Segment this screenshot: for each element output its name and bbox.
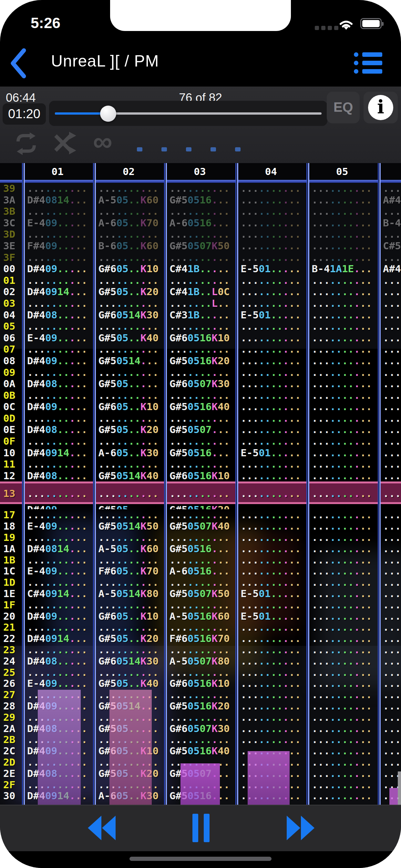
pattern-cell: .......... [307, 577, 378, 588]
pattern-cell: .......... [164, 206, 235, 217]
info-button[interactable]: i [364, 92, 398, 123]
pattern-row[interactable]: 0F......................................… [0, 436, 401, 447]
pattern-cell: .......... [93, 667, 164, 678]
back-button[interactable] [9, 48, 27, 80]
pattern-row[interactable]: 3AD#40814...A-505..K60G#50516...........… [0, 194, 401, 206]
pattern-row[interactable]: 1CE-409.....F#605..K70A-60516...........… [0, 565, 401, 577]
pattern-row[interactable]: 05......................................… [0, 321, 401, 332]
pattern-row[interactable]: 09......................................… [0, 367, 401, 378]
pattern-cell: .......... [307, 644, 378, 655]
pattern-row[interactable]: 1B......................................… [0, 554, 401, 566]
pattern-row[interactable]: 39......................................… [0, 183, 401, 194]
pattern-row[interactable]: 07......................................… [0, 344, 401, 355]
pattern-row[interactable]: 1F......................................… [0, 599, 401, 611]
pattern-row[interactable]: 25......................................… [0, 667, 401, 678]
pattern-cell: .......... [164, 436, 235, 447]
pattern-row[interactable]: 23......................................… [0, 644, 401, 655]
pattern-view[interactable]: 010203040506 39.........................… [0, 163, 401, 805]
pattern-row[interactable]: 20D#409.....G#605..K10A-50516K60E-501...… [0, 611, 401, 622]
pattern-cell: .......... [378, 252, 401, 264]
pattern-cell: .......... [307, 436, 378, 447]
pattern-row[interactable]: 3D......................................… [0, 228, 401, 240]
pattern-cell: A-60516... [164, 217, 235, 229]
pattern-row[interactable]: 18E-409.....G#50514K50G#50507K40........… [0, 521, 401, 532]
pattern-row[interactable]: 04D#408.....G#60514K30C#31B.....E-501...… [0, 309, 401, 321]
pattern-row[interactable]: 0B......................................… [0, 390, 401, 401]
pattern-row[interactable]: 1AD#40814...A-505..K60G#50516...........… [0, 543, 401, 554]
pattern-row[interactable]: 17......................................… [0, 509, 401, 521]
fast-forward-button[interactable] [286, 814, 316, 843]
pattern-cell: .......... [164, 321, 235, 332]
pattern-cell: .......... [164, 228, 235, 240]
pattern-cell: A-60516... [164, 565, 235, 577]
pattern-cell: .......... [307, 554, 378, 566]
wifi-icon [337, 17, 356, 32]
pattern-row[interactable]: 19......................................… [0, 532, 401, 543]
rewind-button[interactable] [87, 814, 116, 843]
seek-track[interactable] [55, 113, 321, 115]
pattern-cell: G#50507K40 [164, 521, 235, 532]
pattern-cell: .......... [164, 577, 235, 588]
seek-slider[interactable] [49, 101, 328, 126]
repeat-icon[interactable] [13, 132, 39, 156]
pattern-cell: .......... [164, 554, 235, 566]
pattern-cell: ...1...... [378, 378, 401, 390]
pattern-row[interactable]: 1D......................................… [0, 577, 401, 588]
pattern-row[interactable]: 08D#409.....G#50514...G#50516K20........… [0, 355, 401, 367]
pattern-cell: .......... [307, 367, 378, 378]
pattern-row[interactable]: 1EC#40914...A-50514K80G#50507K50E-501...… [0, 588, 401, 599]
pattern-row[interactable]: 00D#409.....G#605..K10C#41B.....E-501...… [0, 263, 401, 275]
pattern-cell: .......... [378, 756, 401, 768]
pattern-row[interactable]: 3B......................................… [0, 206, 401, 217]
pattern-row[interactable]: 01......................................… [0, 275, 401, 286]
pattern-row[interactable]: 03...........................L..........… [0, 298, 401, 309]
pause-button[interactable] [192, 814, 210, 842]
pattern-cell: .......... [235, 470, 306, 482]
pattern-cell: .......... [307, 217, 378, 229]
pattern-cell: .......... [93, 577, 164, 588]
row-number: 1F [0, 599, 22, 611]
pattern-row-current[interactable]: 13......................................… [0, 482, 401, 504]
loop-forever-icon[interactable]: ∞ [93, 126, 112, 157]
row-number: 07 [0, 344, 22, 355]
pattern-row[interactable]: 11......................................… [0, 459, 401, 470]
eq-button[interactable]: EQ [327, 92, 360, 123]
pattern-cell: .......... [235, 667, 306, 678]
pattern-row[interactable]: 21......................................… [0, 622, 401, 633]
pattern-row[interactable]: 3CE-409.....A-605..K70A-60516...........… [0, 217, 401, 229]
pattern-row[interactable]: 0D......................................… [0, 413, 401, 424]
home-indicator[interactable] [129, 857, 272, 861]
channel-header: 04 [235, 163, 306, 180]
pattern-row[interactable]: 0AD#408.....G#505.....G#60507K30........… [0, 378, 401, 390]
pattern-row[interactable]: 26E-409.....G#505..K40G#60516K10........… [0, 678, 401, 689]
pattern-cell: .......... [307, 790, 378, 802]
pattern-row[interactable]: 06E-409.....G#505..K40G#60516K10........… [0, 332, 401, 344]
pattern-row[interactable]: 10D#40914...A-605..K30G#50516...E-501...… [0, 447, 401, 459]
seek-thumb[interactable] [100, 105, 116, 122]
pattern-cell: .......... [164, 275, 235, 286]
pattern-row[interactable]: D#409.....G#505.....G#50516K20..........… [0, 504, 401, 509]
pattern-cell: .......... [93, 183, 164, 194]
pattern-cell: ...1...... [378, 655, 401, 667]
pattern-row[interactable]: 12D#408.....G#50514K40G#60516K10........… [0, 470, 401, 482]
pattern-row[interactable]: 02D#40914...G#505..K20C#41B..L0C........… [0, 286, 401, 298]
pattern-cell: .......... [307, 532, 378, 543]
pattern-row[interactable]: 0CD#409.....G#605..K10G#50516K40........… [0, 401, 401, 413]
pattern-cell: .......... [164, 344, 235, 355]
pattern-cell: .......... [164, 734, 235, 745]
pattern-cell: .......... [235, 599, 306, 611]
pattern-cell: .......... [93, 275, 164, 286]
shuffle-icon[interactable] [54, 132, 80, 156]
vu-bar-channel-3 [181, 764, 220, 805]
pattern-row[interactable]: 22D#40914...G#505..K20F#60516K70........… [0, 633, 401, 644]
pattern-row[interactable]: 0ED#408.....G#505..K20G#50507...........… [0, 424, 401, 436]
pattern-row[interactable]: 24D#408.....G#60514K30A-50507K80........… [0, 655, 401, 667]
pattern-cell: .......... [378, 532, 401, 543]
pattern-cell: .......... [307, 355, 378, 367]
pattern-cell: .......... [235, 424, 306, 436]
pattern-cell: A-50507K80 [164, 655, 235, 667]
pattern-row[interactable]: 3EF#409.....B-605..K60G#50507K50........… [0, 240, 401, 252]
playlist-button[interactable] [354, 52, 382, 78]
pattern-cell: F#60516K70 [164, 633, 235, 644]
pattern-row[interactable]: 3F......................................… [0, 252, 401, 264]
